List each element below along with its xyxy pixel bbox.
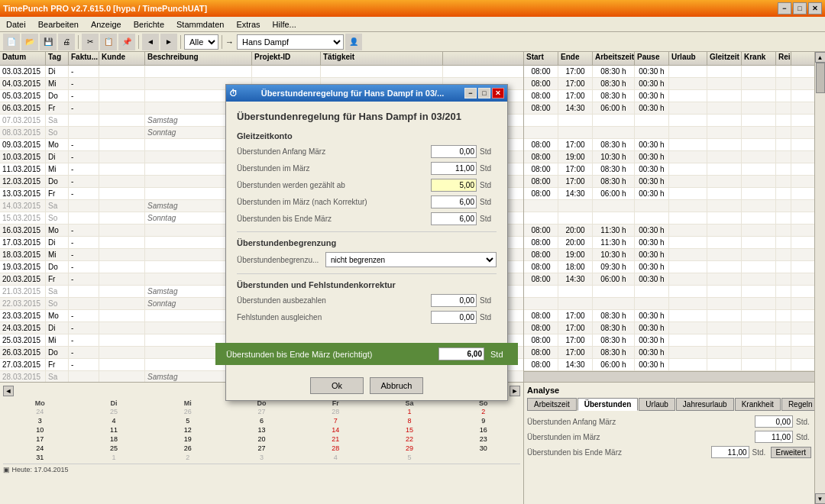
modal-title-icon: ⏱ (229, 89, 238, 98)
field-row-0: Überstunden Anfang März Std (237, 145, 497, 158)
field-unit-s3-0: Std (480, 296, 497, 305)
modal-body: Überstundenregelung für Hans Dampf in 03… (226, 102, 507, 337)
modal-result-bar: Überstunden bis Ende März (berichtigt) S… (215, 343, 518, 365)
field-row-2: Überstunden werden gezählt ab Std (237, 179, 497, 192)
field-unit-3: Std (480, 198, 497, 206)
field-row-4: Überstunden bis Ende März Std (237, 212, 497, 225)
modal-dialog: ⏱ Überstundenregelung für Hans Dampf in … (225, 84, 508, 401)
modal-cancel-button[interactable]: Abbruch (370, 377, 423, 394)
modal-footer: Ok Abbruch (226, 371, 507, 400)
field-row-s3-0: Überstunden ausbezahlen Std (237, 294, 497, 307)
modal-result-unit: Std (490, 350, 507, 359)
field-label-4: Überstunden bis Ende März (237, 215, 428, 223)
field-row-1: Überstunden im März Std (237, 162, 497, 175)
modal-sep2 (237, 273, 497, 274)
field-input-4[interactable] (431, 212, 477, 225)
field-input-0[interactable] (431, 145, 477, 158)
field-label-0: Überstunden Anfang März (237, 147, 428, 156)
modal-overlay: ⏱ Überstundenregelung für Hans Dampf in … (0, 0, 825, 504)
modal-result-label: Überstunden bis Ende März (berichtigt) (226, 350, 432, 359)
modal-result-input[interactable] (438, 347, 484, 360)
modal-close-btn[interactable]: ✕ (492, 88, 504, 99)
field-label-3: Überstunden im März (nach Korrektur) (237, 198, 428, 206)
modal-title-btns: − □ ✕ (464, 88, 504, 99)
modal-section3-title: Überstunden und Fehlstundenkorrektur (237, 280, 497, 289)
modal-dropdown[interactable]: nicht begrenzen (325, 252, 497, 267)
field-label-s3-0: Überstunden ausbezahlen (237, 296, 428, 305)
field-input-2[interactable] (431, 179, 477, 192)
field-unit-1: Std (480, 164, 497, 173)
modal-ok-button[interactable]: Ok (310, 377, 364, 394)
field-input-s3-0[interactable] (431, 294, 477, 307)
modal-dropdown-row: Überstundenbegrenzu... nicht begrenzen (237, 252, 497, 267)
field-label-1: Überstunden im März (237, 164, 428, 173)
modal-maximize-btn[interactable]: □ (478, 88, 490, 99)
modal-section1-title: Gleitzeitkonto (237, 131, 497, 141)
field-unit-s3-1: Std (480, 313, 497, 321)
field-input-3[interactable] (431, 195, 477, 208)
modal-dropdown-label: Überstundenbegrenzu... (237, 256, 321, 264)
field-label-2: Überstunden werden gezählt ab (237, 181, 428, 189)
modal-sep1 (237, 231, 497, 232)
modal-section2-title: Überstundenbegrenzung (237, 238, 497, 247)
field-input-s3-1[interactable] (431, 311, 477, 324)
modal-title-text: Überstundenregelung für Hans Dampf in 03… (261, 89, 445, 98)
field-row-3: Überstunden im März (nach Korrektur) Std (237, 195, 497, 208)
modal-heading: Überstundenregelung für Hans Dampf in 03… (237, 111, 497, 122)
field-input-1[interactable] (431, 162, 477, 175)
field-unit-0: Std (480, 147, 497, 156)
field-row-s3-1: Fehlstunden ausgleichen Std (237, 311, 497, 324)
modal-minimize-btn[interactable]: − (464, 88, 477, 99)
field-label-s3-1: Fehlstunden ausgleichen (237, 313, 428, 321)
field-unit-4: Std (480, 215, 497, 223)
field-unit-2: Std (480, 181, 497, 189)
modal-title-bar: ⏱ Überstundenregelung für Hans Dampf in … (226, 85, 507, 102)
